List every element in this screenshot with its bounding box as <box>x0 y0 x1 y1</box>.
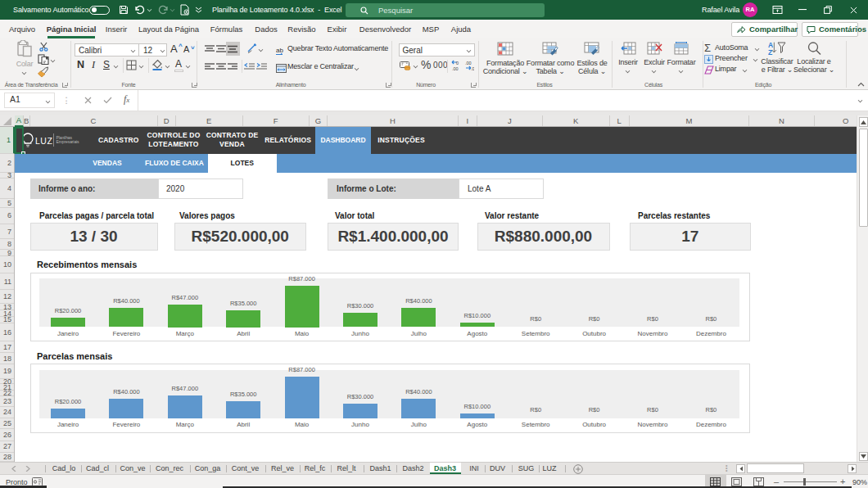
svg-text:.0: .0 <box>471 66 474 71</box>
svg-text:0: 0 <box>456 61 459 66</box>
svg-text:ab: ab <box>276 47 283 54</box>
svg-text:Z: Z <box>768 48 772 56</box>
svg-text:.00: .00 <box>452 66 459 71</box>
svg-text:.00: .00 <box>465 61 472 66</box>
